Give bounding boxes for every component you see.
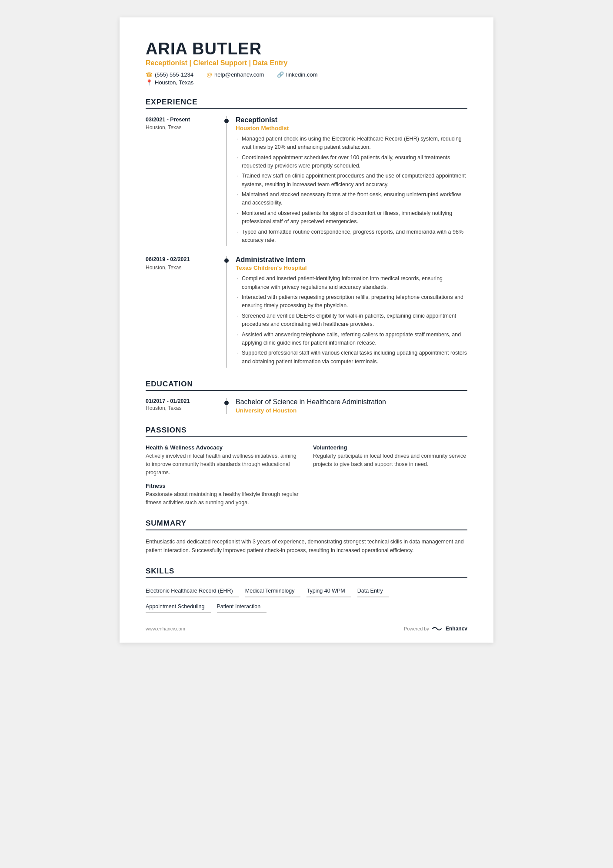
education-section-title: EDUCATION <box>146 380 467 391</box>
experience-entry-1: 03/2021 - Present Houston, Texas Recepti… <box>146 116 467 247</box>
bullet-item: Supported professional staff with variou… <box>236 349 467 366</box>
passions-section: PASSIONS Health & Wellness Advocacy Acti… <box>146 426 467 507</box>
candidate-title: Receptionist | Clerical Support | Data E… <box>146 59 467 67</box>
passion-desc-2: Regularly participate in local food driv… <box>313 452 467 469</box>
exp-right-1: Receptionist Houston Methodist Managed p… <box>236 116 467 247</box>
linkedin-icon: 🔗 <box>277 71 284 78</box>
passion-title-3: Fitness <box>146 483 300 489</box>
skills-row-1: Electronic Healthcare Record (EHR) Medic… <box>146 585 467 601</box>
passion-desc-3: Passionate about maintaining a healthy l… <box>146 490 300 507</box>
bullet-item: Assisted with answering telephone calls,… <box>236 331 467 348</box>
passions-section-title: PASSIONS <box>146 426 467 437</box>
skill-tag-1: Electronic Healthcare Record (EHR) <box>146 585 239 597</box>
contact-row: ☎ (555) 555-1234 @ help@enhancv.com 🔗 li… <box>146 71 467 78</box>
skills-section: SKILLS Electronic Healthcare Record (EHR… <box>146 567 467 617</box>
summary-section: SUMMARY Enthusiastic and dedicated recep… <box>146 519 467 555</box>
exp-divider-2 <box>226 256 227 368</box>
edu-divider-1 <box>226 398 227 414</box>
phone-contact: ☎ (555) 555-1234 <box>146 71 193 78</box>
exp-job-title-1: Receptionist <box>236 116 467 124</box>
bullet-item: Monitored and observed patients for sign… <box>236 209 467 226</box>
bullet-item: Managed patient check-ins using the Elec… <box>236 135 467 152</box>
bullet-item: Interacted with patients requesting pres… <box>236 293 467 310</box>
skill-tag-6: Patient Interaction <box>217 601 267 613</box>
skills-section-title: SKILLS <box>146 567 467 578</box>
edu-school-1: University of Houston <box>236 407 467 414</box>
experience-section: EXPERIENCE 03/2021 - Present Houston, Te… <box>146 98 467 368</box>
brand-name: Enhancv <box>446 626 467 632</box>
edu-left-1: 01/2017 - 01/2021 Houston, Texas <box>146 398 226 414</box>
experience-entry-2: 06/2019 - 02/2021 Houston, Texas Adminis… <box>146 256 467 368</box>
exp-company-1: Houston Methodist <box>236 125 467 131</box>
education-section: EDUCATION 01/2017 - 01/2021 Houston, Tex… <box>146 380 467 414</box>
candidate-name: ARIA BUTLER <box>146 40 467 58</box>
email-icon: @ <box>207 71 212 78</box>
footer-url: www.enhancv.com <box>146 626 185 631</box>
skill-tag-3: Typing 40 WPM <box>306 585 351 597</box>
passion-item-1: Health & Wellness Advocacy Actively invo… <box>146 444 300 476</box>
footer: www.enhancv.com Powered by Enhancv <box>146 625 467 632</box>
location-value: Houston, Texas <box>155 79 193 86</box>
location-contact: 📍 Houston, Texas <box>146 79 467 86</box>
exp-bullets-2: Compiled and inserted patient-identifyin… <box>236 275 467 366</box>
exp-left-2: 06/2019 - 02/2021 Houston, Texas <box>146 256 226 368</box>
enhancv-logo-svg <box>432 625 444 632</box>
exp-location-1: Houston, Texas <box>146 124 219 131</box>
exp-bullets-1: Managed patient check-ins using the Elec… <box>236 135 467 245</box>
edu-degree-1: Bachelor of Science in Healthcare Admini… <box>236 398 467 406</box>
passions-grid: Health & Wellness Advocacy Actively invo… <box>146 444 467 507</box>
email-value: help@enhancv.com <box>214 71 264 78</box>
bullet-item: Compiled and inserted patient-identifyin… <box>236 275 467 292</box>
passion-title-1: Health & Wellness Advocacy <box>146 444 300 451</box>
experience-section-title: EXPERIENCE <box>146 98 467 109</box>
bullet-item: Screened and verified DEERS eligibility … <box>236 312 467 329</box>
exp-right-2: Administrative Intern Texas Children's H… <box>236 256 467 368</box>
exp-left-1: 03/2021 - Present Houston, Texas <box>146 116 226 247</box>
edu-date-1: 01/2017 - 01/2021 <box>146 398 219 404</box>
skill-tag-4: Data Entry <box>357 585 389 597</box>
edu-location-1: Houston, Texas <box>146 405 219 411</box>
education-entry-1: 01/2017 - 01/2021 Houston, Texas Bachelo… <box>146 398 467 414</box>
summary-text: Enthusiastic and dedicated receptionist … <box>146 537 467 555</box>
bullet-item: Typed and formatted routine corresponden… <box>236 228 467 245</box>
summary-section-title: SUMMARY <box>146 519 467 530</box>
email-contact: @ help@enhancv.com <box>207 71 264 78</box>
passion-desc-1: Actively involved in local health and we… <box>146 452 300 476</box>
bullet-item: Maintained and stocked necessary forms a… <box>236 191 467 208</box>
exp-date-1: 03/2021 - Present <box>146 116 219 124</box>
header: ARIA BUTLER Receptionist | Clerical Supp… <box>146 40 467 86</box>
location-icon: 📍 <box>146 79 153 86</box>
bullet-item: Coordinated appointment schedules for ov… <box>236 154 467 171</box>
passion-title-2: Volunteering <box>313 444 467 451</box>
bullet-item: Trained new staff on clinic appointment … <box>236 172 467 189</box>
resume-page: ARIA BUTLER Receptionist | Clerical Supp… <box>120 17 493 643</box>
skill-tag-5: Appointment Scheduling <box>146 601 211 613</box>
passion-item-3: Fitness Passionate about maintaining a h… <box>146 483 300 507</box>
skill-tag-2: Medical Terminology <box>245 585 301 597</box>
linkedin-contact: 🔗 linkedin.com <box>277 71 317 78</box>
exp-date-2: 06/2019 - 02/2021 <box>146 256 219 264</box>
footer-powered: Powered by Enhancv <box>404 625 467 632</box>
exp-location-2: Houston, Texas <box>146 265 219 271</box>
exp-divider-1 <box>226 116 227 247</box>
linkedin-value: linkedin.com <box>286 71 317 78</box>
phone-value: (555) 555-1234 <box>155 71 193 78</box>
phone-icon: ☎ <box>146 71 153 78</box>
exp-company-2: Texas Children's Hospital <box>236 265 467 271</box>
skills-row-2: Appointment Scheduling Patient Interacti… <box>146 601 467 617</box>
enhancv-logo: Enhancv <box>432 625 467 632</box>
exp-job-title-2: Administrative Intern <box>236 256 467 264</box>
passion-item-2: Volunteering Regularly participate in lo… <box>313 444 467 476</box>
powered-by-text: Powered by <box>404 626 429 631</box>
edu-right-1: Bachelor of Science in Healthcare Admini… <box>236 398 467 414</box>
